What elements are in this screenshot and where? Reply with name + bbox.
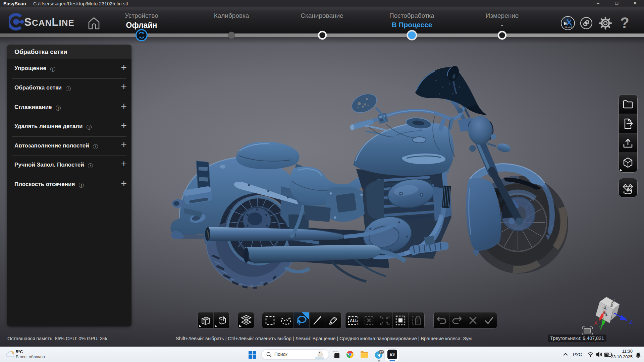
- svg-text:E: E: [564, 21, 567, 26]
- svg-text:Model: Model: [565, 26, 572, 29]
- svg-text:SCANLINE: SCANLINE: [24, 16, 74, 28]
- svg-text:?: ?: [620, 14, 629, 31]
- svg-text:z: z: [639, 352, 640, 355]
- svg-text:27: 27: [380, 351, 383, 354]
